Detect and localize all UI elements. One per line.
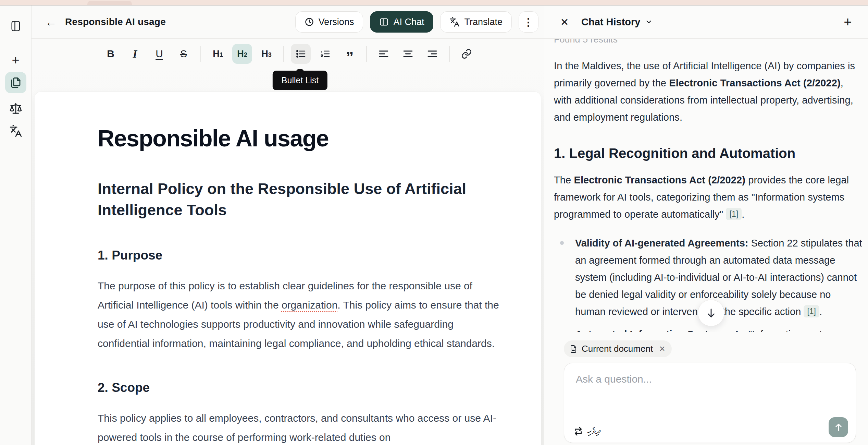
doc-h1: Responsible AI usage [98, 125, 514, 152]
context-chip-label: Current document [582, 344, 653, 354]
window-chrome-band [0, 0, 868, 5]
more-options-button[interactable]: ⋮ [519, 11, 538, 33]
strikethrough-button[interactable]: S [174, 44, 194, 64]
align-center-icon [402, 48, 413, 59]
scales-icon [9, 102, 22, 115]
search-results-status: Found 5 results [554, 39, 863, 45]
panel-left-icon [11, 20, 21, 32]
align-left-button[interactable] [374, 44, 394, 64]
italic-button[interactable]: I [125, 44, 145, 64]
versions-button[interactable]: Versions [295, 11, 363, 33]
chat-composer: Current document ✕ Ask a question... ދިވ… [544, 332, 868, 445]
blockquote-button[interactable]: ” [339, 44, 359, 64]
context-chip-current-document[interactable]: Current document ✕ [564, 340, 672, 357]
heading3-button[interactable]: H3 [257, 44, 276, 64]
toolbar-divider [366, 46, 367, 62]
composer-language-label[interactable]: ދިވެހި [587, 426, 600, 436]
toolbar-divider [200, 46, 201, 62]
chat-message-list[interactable]: Found 5 results In the Maldives, the use… [554, 39, 868, 332]
document-header: ← Responsible AI usage Versions AI Chat … [32, 5, 544, 39]
scroll-to-bottom-button[interactable] [698, 300, 724, 326]
bold-icon: B [107, 48, 114, 60]
sidebar-item-documents[interactable] [5, 72, 26, 93]
link-button[interactable] [457, 44, 476, 64]
chat-message-paragraph: In the Maldives, the use of Artificial I… [554, 57, 863, 126]
doc-section1-heading: 1. Purpose [98, 248, 514, 263]
message-bold-text: Electronic Transactions Act (2/2022) [669, 77, 841, 88]
versions-label: Versions [319, 17, 354, 27]
list-item-bold-text: Automated Information Systems: [575, 329, 731, 332]
bullet-list-tooltip: Bullet List [273, 71, 327, 90]
close-icon: ✕ [560, 16, 569, 28]
doc-section2-heading: 2. Scope [98, 381, 514, 395]
underline-icon: U [156, 48, 163, 60]
ai-chat-button[interactable]: AI Chat [370, 11, 433, 33]
language-swap-icon[interactable] [573, 426, 583, 436]
new-document-button[interactable]: + [9, 53, 23, 67]
back-button[interactable]: ← [43, 14, 59, 30]
plus-icon: + [12, 53, 19, 68]
chat-input[interactable]: Ask a question... ދިވެހި [564, 363, 856, 443]
h1-letter: H [213, 49, 220, 59]
chat-history-label: Chat History [581, 16, 640, 28]
back-arrow-icon: ← [45, 15, 57, 29]
ordered-list-icon [320, 48, 331, 59]
citation-chip[interactable]: [1] [726, 208, 742, 220]
chat-input-placeholder: Ask a question... [576, 373, 652, 385]
h2-digit: 2 [244, 51, 247, 59]
list-item-bold-text: Validity of AI-generated Agreements: [575, 238, 748, 249]
ai-chat-panel: ✕ Chat History + Found 5 results In the … [544, 5, 868, 445]
editor-column: ← Responsible AI usage Versions AI Chat … [32, 5, 544, 445]
toolbar-divider [283, 46, 284, 62]
editor-canvas: Bullet List Responsible AI usage Interna… [32, 69, 544, 445]
send-button[interactable] [829, 417, 848, 437]
chat-section-heading: 1. Legal Recognition and Automation [554, 146, 863, 161]
document-page[interactable]: Responsible AI usage Internal Policy on … [35, 92, 541, 445]
align-right-icon [427, 48, 438, 59]
quote-icon: ” [346, 54, 353, 61]
app-window: + ← Responsible AI usage Versions AI Cha… [0, 5, 868, 445]
heading2-button[interactable]: H2 [232, 44, 252, 64]
doc-section2-paragraph: This policy applies to all employees, co… [98, 409, 505, 445]
doc-section1-paragraph: The purpose of this policy is to establi… [98, 276, 505, 353]
chat-message-paragraph: The Electronic Transactions Act (2/2022)… [554, 171, 863, 223]
chat-header: ✕ Chat History + [544, 5, 868, 39]
new-chat-button[interactable]: + [840, 14, 856, 30]
ordered-list-button[interactable] [315, 44, 335, 64]
list-item-text: . [819, 306, 822, 317]
bold-button[interactable]: B [101, 44, 121, 64]
kebab-icon: ⋮ [523, 16, 534, 28]
h2-letter: H [237, 49, 244, 59]
list-item-text: An "Information system [731, 329, 836, 332]
underline-button[interactable]: U [149, 44, 169, 64]
remove-context-icon[interactable]: ✕ [659, 345, 665, 353]
strikethrough-icon: S [180, 48, 187, 60]
h1-icon: H1 [213, 49, 223, 59]
heading1-button[interactable]: H1 [208, 44, 228, 64]
citation-chip[interactable]: [1] [804, 305, 819, 317]
clock-icon [305, 17, 314, 27]
sidebar-toggle-button[interactable] [9, 19, 23, 33]
message-text: . [742, 209, 744, 220]
chat-history-selector[interactable]: Chat History [581, 16, 653, 28]
sidebar-item-legal[interactable] [8, 101, 23, 116]
bullet-list-icon [295, 48, 306, 59]
close-chat-button[interactable]: ✕ [557, 14, 572, 30]
document-body: Responsible AI usage Internal Policy on … [35, 92, 514, 445]
sidebar-item-translate[interactable] [8, 123, 23, 139]
bullet-list-button[interactable] [291, 44, 311, 64]
tooltip-arrow [296, 69, 304, 76]
italic-icon: I [133, 48, 137, 60]
window-chrome-accent [87, 1, 132, 5]
translate-label: Translate [464, 17, 503, 27]
h3-digit: 3 [268, 51, 272, 59]
align-center-button[interactable] [398, 44, 418, 64]
toolbar-divider [449, 46, 450, 62]
translate-icon [449, 17, 460, 27]
ai-chat-label: AI Chat [393, 17, 424, 27]
translate-button[interactable]: Translate [440, 11, 512, 33]
misspelled-word: organization [282, 299, 337, 311]
h3-letter: H [261, 49, 268, 59]
left-rail: + [0, 5, 32, 445]
align-right-button[interactable] [422, 44, 442, 64]
